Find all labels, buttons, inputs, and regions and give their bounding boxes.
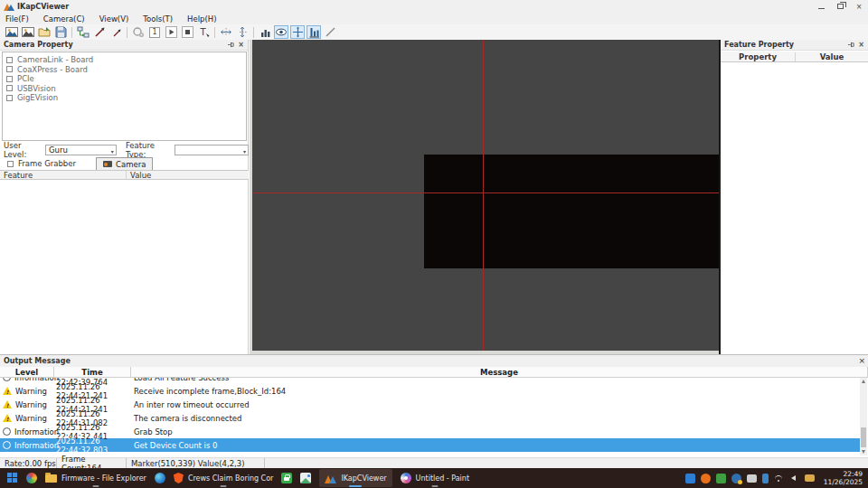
save-image-icon[interactable] — [21, 25, 35, 39]
tab-camera[interactable]: Camera — [96, 157, 153, 170]
flip-horizontal-icon[interactable] — [219, 25, 233, 39]
lock-icon — [281, 473, 292, 483]
grab-stop-icon[interactable] — [180, 25, 194, 39]
output-scrollbar[interactable] — [860, 378, 867, 455]
title-bar: IKapCViewer × — [0, 0, 868, 13]
checkbox[interactable] — [6, 66, 13, 72]
chevron-down-icon: ▾ — [111, 148, 114, 155]
open-image-icon[interactable] — [5, 25, 19, 39]
line-profile-icon[interactable] — [323, 25, 337, 39]
taskbar-paint[interactable]: Untitled - Paint — [401, 469, 469, 487]
preview-eye-icon[interactable] — [274, 25, 288, 39]
interface-pcie[interactable]: PCIe — [6, 74, 246, 83]
taskbar-clock[interactable]: 22:49 11/26/2025 — [824, 470, 863, 486]
feature-type-select[interactable]: ▾ — [175, 145, 249, 155]
interface-usbvision[interactable]: USBVision — [6, 84, 246, 93]
output-row-selected[interactable]: Information 2025.11.26 22:44:32.803 Get … — [0, 438, 860, 452]
feature-column-header[interactable]: Feature — [0, 171, 127, 180]
level-column-header[interactable]: Level — [0, 367, 54, 377]
discover-devices-icon[interactable] — [76, 25, 90, 39]
close-button[interactable]: × — [854, 3, 864, 11]
frame-grabber-checkbox[interactable]: Frame Grabber — [7, 159, 76, 168]
taskbar-photos[interactable] — [300, 469, 311, 487]
image-viewport[interactable] — [250, 40, 719, 354]
panel-close-icon[interactable]: × — [238, 41, 244, 49]
scrollbar-thumb[interactable] — [861, 427, 866, 447]
save-config-icon[interactable] — [53, 25, 68, 39]
message-column-header[interactable]: Message — [131, 367, 868, 377]
value-column-header[interactable]: Value — [127, 171, 151, 180]
chevron-down-icon: ▾ — [243, 148, 246, 155]
grab-settings-icon[interactable] — [131, 25, 146, 39]
feature-property-title: Feature Property — [724, 41, 794, 49]
property-column-header[interactable]: Property — [721, 52, 796, 61]
tray-usb-icon[interactable] — [747, 474, 757, 483]
grab-start-icon[interactable] — [164, 25, 178, 39]
interface-gigevision[interactable]: GigEVision — [6, 93, 246, 102]
crosshair-icon[interactable] — [290, 25, 305, 39]
marker-vertical-line — [483, 40, 484, 351]
property-table-header: Property Value — [721, 52, 868, 62]
checkbox[interactable] — [7, 161, 14, 167]
ikapcviewer-icon — [325, 474, 336, 483]
information-icon — [3, 441, 11, 449]
menu-view[interactable]: View(V) — [92, 14, 137, 23]
draw-marker-small-icon[interactable] — [108, 25, 123, 39]
checkbox[interactable] — [6, 95, 13, 101]
menu-file[interactable]: File(F) — [0, 14, 36, 23]
widgets-button[interactable] — [26, 469, 37, 487]
taskbar-browser[interactable]: Crews Claim Boring Cor — [174, 469, 274, 487]
value-column-header[interactable]: Value — [796, 52, 868, 61]
taskbar-file-explorer[interactable]: Firmware - File Explorer — [45, 469, 146, 487]
user-level-select[interactable]: Guru▾ — [45, 145, 117, 155]
menu-bar: File(F) Camera(C) View(V) Tools(T) Help(… — [0, 13, 868, 24]
checkbox[interactable] — [6, 57, 13, 63]
taskbar-lock-app[interactable] — [281, 469, 292, 487]
bar-chart-icon[interactable] — [258, 25, 272, 39]
checkbox[interactable] — [6, 85, 13, 91]
wifi-icon[interactable] — [774, 474, 784, 483]
checkbox[interactable] — [6, 76, 13, 82]
tray-windows-security-icon[interactable] — [685, 474, 695, 483]
tray-app-icon[interactable] — [716, 474, 726, 483]
tray-search-icon[interactable] — [701, 474, 711, 483]
restore-button[interactable] — [835, 3, 845, 11]
tray-folder-icon[interactable] — [805, 474, 815, 482]
tray-network-alert-icon[interactable] — [731, 474, 741, 483]
start-button[interactable] — [7, 469, 18, 487]
taskbar-edge[interactable] — [155, 469, 165, 487]
menu-tools[interactable]: Tools(T) — [136, 14, 180, 23]
scroll-up-icon[interactable] — [862, 380, 865, 383]
minimize-button[interactable] — [816, 3, 826, 11]
histogram-icon[interactable] — [307, 25, 321, 39]
text-overlay-icon[interactable]: T — [196, 25, 211, 39]
paint-icon — [401, 473, 411, 483]
feature-table-header: Feature Value — [0, 170, 249, 180]
toolbar: 1 T — [0, 24, 868, 41]
status-empty — [265, 458, 868, 468]
menu-help[interactable]: Help(H) — [180, 14, 223, 23]
panel-close-icon[interactable]: × — [858, 41, 864, 49]
menu-camera[interactable]: Camera(C) — [36, 14, 92, 23]
single-frame-button[interactable]: 1 — [147, 25, 162, 39]
pin-icon[interactable] — [848, 42, 854, 48]
flip-vertical-icon[interactable] — [235, 25, 250, 39]
tray-phone-icon[interactable] — [762, 474, 769, 483]
load-config-icon[interactable] — [37, 25, 52, 39]
brave-icon — [174, 473, 184, 483]
interface-coaxpress[interactable]: CoaXPress - Board — [6, 65, 246, 74]
app-title: IKapCViewer — [17, 3, 69, 11]
scroll-down-icon[interactable] — [862, 450, 865, 454]
taskbar-ikapcviewer[interactable]: IKapCViewer — [319, 469, 392, 487]
output-message-title: Output Message — [0, 355, 868, 367]
interface-cameralink[interactable]: CameraLink - Board — [6, 55, 246, 64]
draw-marker-icon[interactable] — [92, 25, 107, 39]
volume-icon[interactable] — [789, 474, 799, 483]
time-column-header[interactable]: Time — [54, 367, 131, 377]
output-close-icon[interactable]: × — [858, 356, 865, 365]
system-tray: 22:49 11/26/2025 — [685, 470, 868, 486]
status-rate: Rate:0.00 fps — [0, 458, 57, 468]
folder-icon — [45, 474, 57, 483]
taskbar: Firmware - File Explorer Crews Claim Bor… — [0, 468, 868, 488]
pin-icon[interactable] — [228, 42, 234, 48]
